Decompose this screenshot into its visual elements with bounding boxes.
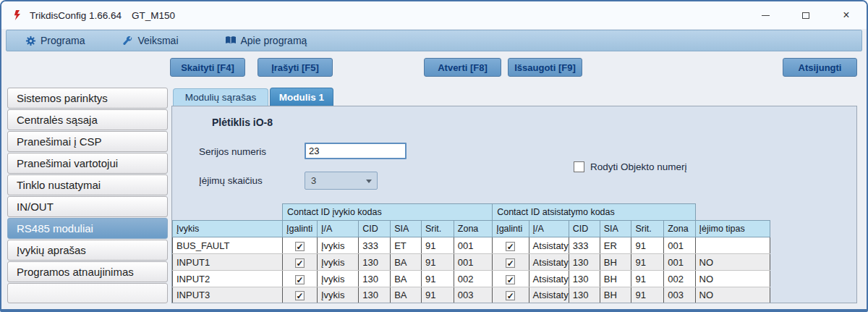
cell[interactable]: BA xyxy=(391,287,422,304)
sidebar-item--vyki-apra-as[interactable]: Įvykių aprašas xyxy=(7,240,168,261)
cell[interactable]: 91 xyxy=(422,271,454,287)
cell[interactable]: 333 xyxy=(359,237,391,254)
cell[interactable]: 003 xyxy=(664,287,695,304)
cell[interactable]: INPUT2 xyxy=(173,271,283,287)
checked-checkbox-icon[interactable]: ✓ xyxy=(506,275,515,284)
checked-checkbox-icon[interactable]: ✓ xyxy=(506,291,515,300)
cell[interactable]: 130 xyxy=(569,287,600,304)
sidebar-item-programos-atnaujinimas[interactable]: Programos atnaujinimas xyxy=(7,261,168,282)
checked-checkbox-icon[interactable]: ✓ xyxy=(506,258,515,268)
cell[interactable]: ET xyxy=(391,237,422,254)
cell[interactable]: 91 xyxy=(422,287,454,304)
enabled-checkbox-cell[interactable]: ✓ xyxy=(493,271,529,287)
cell[interactable]: 001 xyxy=(454,254,492,271)
cell[interactable]: NO xyxy=(695,287,770,304)
cell[interactable]: 91 xyxy=(631,271,664,287)
cell[interactable] xyxy=(695,237,770,254)
sidebar-item-prane-imai-csp[interactable]: Pranešimai į CSP xyxy=(7,131,168,152)
menu-apie-programa[interactable]: Apie programą xyxy=(225,35,307,46)
cell[interactable]: ER xyxy=(600,237,631,254)
cell[interactable]: 130 xyxy=(359,271,391,287)
cell[interactable]: 003 xyxy=(454,287,492,304)
menu-programa[interactable]: Programa xyxy=(25,35,85,46)
cell[interactable]: NO xyxy=(695,254,770,271)
open-button[interactable]: Atverti [F8] xyxy=(424,58,501,77)
enabled-checkbox-cell[interactable]: ✓ xyxy=(283,271,318,287)
cell[interactable]: 001 xyxy=(664,237,695,254)
checked-checkbox-icon[interactable]: ✓ xyxy=(295,258,305,268)
cell[interactable]: 130 xyxy=(359,254,391,271)
menu-veiksmai[interactable]: Veiksmai xyxy=(122,35,178,46)
cell[interactable]: 91 xyxy=(631,287,664,304)
cell[interactable]: 91 xyxy=(422,254,454,271)
cell[interactable]: BA xyxy=(391,271,422,287)
main-area: Modulių sąrašas Modulis 1 Plėtiklis iO-8… xyxy=(171,88,857,303)
module-panel: Plėtiklis iO-8 Serijos numeris Įėjimų sk… xyxy=(171,106,857,303)
enabled-checkbox-cell[interactable]: ✓ xyxy=(283,237,318,254)
enabled-checkbox-cell[interactable]: ✓ xyxy=(493,237,529,254)
cell[interactable]: BA xyxy=(391,254,422,271)
cell[interactable]: Įvykis xyxy=(317,271,358,287)
write-button[interactable]: Įrašyti [F5] xyxy=(258,58,333,77)
inputs-count-select[interactable]: 3 xyxy=(305,172,378,190)
sidebar-item-central-s-s-saja[interactable]: Centralės sąsaja xyxy=(7,109,168,130)
cell[interactable]: 002 xyxy=(664,271,695,287)
checked-checkbox-icon[interactable]: ✓ xyxy=(295,242,305,251)
sidebar-item-rs485-moduliai[interactable]: RS485 moduliai xyxy=(7,218,168,239)
cell[interactable]: INPUT3 xyxy=(173,287,283,304)
cell[interactable]: 91 xyxy=(422,237,454,254)
save-button[interactable]: Išsaugoti [F9] xyxy=(508,58,582,77)
column-header-10: SIA xyxy=(600,221,631,237)
cell[interactable]: Įvykis xyxy=(317,254,358,271)
sidebar-item-in-out[interactable]: IN/OUT xyxy=(7,196,168,217)
cell[interactable]: 130 xyxy=(569,254,600,271)
checked-checkbox-icon[interactable]: ✓ xyxy=(295,291,305,300)
table-row-input3: INPUT3✓Įvykis130BA91003✓Atsistaty130BH91… xyxy=(173,287,770,304)
serial-number-input[interactable] xyxy=(305,143,407,159)
enabled-checkbox-cell[interactable]: ✓ xyxy=(283,254,318,271)
tab-moduliu-sarasas[interactable]: Modulių sąrašas xyxy=(173,88,268,106)
maximize-icon[interactable] xyxy=(786,1,826,29)
checked-checkbox-icon[interactable]: ✓ xyxy=(506,242,515,251)
sidebar-item-prane-imai-vartotojui[interactable]: Pranešimai vartotojui xyxy=(7,153,168,174)
cell[interactable]: BUS_FAULT xyxy=(173,237,283,254)
cell[interactable]: 001 xyxy=(454,237,492,254)
cell[interactable]: 130 xyxy=(359,287,391,304)
column-header-7: Įgalinti xyxy=(493,221,529,237)
cell[interactable]: 333 xyxy=(569,237,600,254)
cell[interactable]: Atsistaty xyxy=(529,271,569,287)
cell[interactable]: 130 xyxy=(569,271,600,287)
minimize-icon[interactable] xyxy=(745,1,786,29)
table-row-bus_fault: BUS_FAULT✓Įvykis333ET91001✓Atsistaty333E… xyxy=(173,237,770,254)
cell[interactable]: Atsistaty xyxy=(529,237,569,254)
cell[interactable]: 91 xyxy=(631,254,664,271)
checked-checkbox-icon[interactable]: ✓ xyxy=(295,275,305,284)
cell[interactable]: BH xyxy=(600,271,631,287)
cell[interactable]: Atsistaty xyxy=(529,287,569,304)
cell[interactable]: Įvykis xyxy=(317,237,358,254)
cell[interactable]: 001 xyxy=(664,254,695,271)
cell[interactable]: 91 xyxy=(631,237,664,254)
cell[interactable]: INPUT1 xyxy=(173,254,283,271)
group-header-0: Contact ID įvykio kodas xyxy=(283,204,493,221)
sidebar-item-sistemos-parinktys[interactable]: Sistemos parinktys xyxy=(7,88,168,109)
show-object-number-checkbox[interactable] xyxy=(574,161,584,172)
close-icon[interactable]: × xyxy=(826,1,867,29)
chevron-down-icon xyxy=(366,180,372,183)
cell[interactable]: NO xyxy=(695,271,770,287)
cell[interactable]: BH xyxy=(600,254,631,271)
enabled-checkbox-cell[interactable]: ✓ xyxy=(283,287,318,304)
sidebar-item-tinklo-nustatymai[interactable]: Tinklo nustatymai xyxy=(7,174,168,195)
enabled-checkbox-cell[interactable]: ✓ xyxy=(493,254,529,271)
tab-modulis-1[interactable]: Modulis 1 xyxy=(270,88,333,106)
column-header-11: Srit. xyxy=(631,221,664,237)
cell[interactable]: BH xyxy=(600,287,631,304)
disconnect-button[interactable]: Atsijungti xyxy=(783,58,857,77)
sidebar: Sistemos parinktysCentralės sąsajaPraneš… xyxy=(7,88,168,303)
enabled-checkbox-cell[interactable]: ✓ xyxy=(493,287,529,304)
read-button[interactable]: Skaityti [F4] xyxy=(170,58,245,77)
cell[interactable]: 002 xyxy=(454,271,492,287)
cell[interactable]: Įvykis xyxy=(317,287,358,304)
serial-number-label: Serijos numeris xyxy=(199,146,266,157)
cell[interactable]: Atsistaty xyxy=(529,254,569,271)
